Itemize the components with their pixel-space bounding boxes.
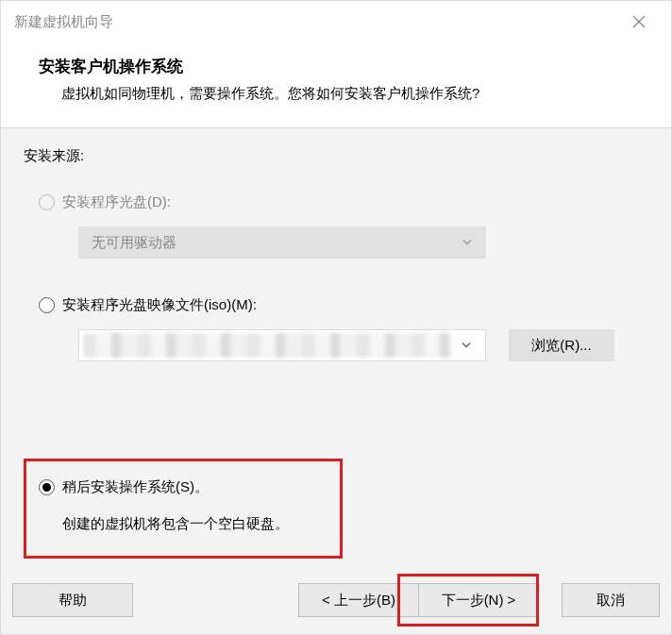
radio-iso-input[interactable] — [39, 297, 55, 313]
disc-dropdown: 无可用驱动器 — [78, 226, 486, 259]
radio-later-input[interactable] — [39, 479, 55, 495]
wizard-content: 安装来源: 安装程序光盘(D): 无可用驱动器 安装程序光盘映像文件(iso)(… — [1, 128, 671, 568]
chevron-down-icon — [461, 338, 472, 354]
back-button[interactable]: < 上一步(B) — [298, 583, 419, 617]
later-description: 创建的虚拟机将包含一个空白硬盘。 — [62, 515, 648, 533]
help-button[interactable]: 帮助 — [12, 583, 133, 617]
close-button[interactable] — [620, 3, 658, 41]
wizard-footer: 帮助 < 上一步(B) 下一步(N) > 取消 — [1, 568, 671, 634]
iso-path-dropdown[interactable] — [78, 329, 486, 361]
browse-button[interactable]: 浏览(R)... — [509, 329, 614, 361]
close-icon — [632, 15, 646, 28]
option-iso-group: 安装程序光盘映像文件(iso)(M): 浏览(R)... — [24, 296, 648, 361]
radio-iso-label: 安装程序光盘映像文件(iso)(M): — [62, 296, 257, 314]
disc-dropdown-text: 无可用驱动器 — [92, 234, 176, 252]
radio-iso[interactable]: 安装程序光盘映像文件(iso)(M): — [39, 296, 648, 314]
iso-path-value — [83, 333, 451, 358]
radio-disc-input — [39, 194, 55, 210]
wizard-header: 安装客户机操作系统 虚拟机如同物理机，需要操作系统。您将如何安装客户机操作系统? — [1, 42, 671, 128]
radio-later[interactable]: 稍后安装操作系统(S)。 — [39, 478, 648, 496]
header-subtitle: 虚拟机如同物理机，需要操作系统。您将如何安装客户机操作系统? — [61, 85, 633, 103]
chevron-down-icon — [462, 235, 473, 251]
window-title: 新建虚拟机向导 — [14, 13, 113, 31]
next-button-label: 下一步(N) > — [442, 592, 516, 610]
cancel-button[interactable]: 取消 — [562, 583, 660, 617]
browse-button-label: 浏览(R)... — [531, 337, 591, 355]
header-title: 安装客户机操作系统 — [39, 56, 633, 77]
back-button-label: < 上一步(B) — [322, 592, 395, 610]
titlebar: 新建虚拟机向导 — [1, 1, 671, 42]
radio-later-label: 稍后安装操作系统(S)。 — [62, 478, 209, 496]
next-button[interactable]: 下一步(N) > — [418, 583, 539, 617]
wizard-window: 新建虚拟机向导 安装客户机操作系统 虚拟机如同物理机，需要操作系统。您将如何安装… — [0, 0, 672, 635]
cancel-button-label: 取消 — [596, 592, 625, 610]
option-later-group: 稍后安装操作系统(S)。 创建的虚拟机将包含一个空白硬盘。 — [39, 478, 648, 533]
install-source-label: 安装来源: — [24, 147, 648, 165]
radio-disc: 安装程序光盘(D): — [39, 193, 648, 211]
option-disc-group: 安装程序光盘(D): 无可用驱动器 — [24, 193, 648, 259]
radio-disc-label: 安装程序光盘(D): — [62, 193, 171, 211]
help-button-label: 帮助 — [59, 592, 87, 610]
